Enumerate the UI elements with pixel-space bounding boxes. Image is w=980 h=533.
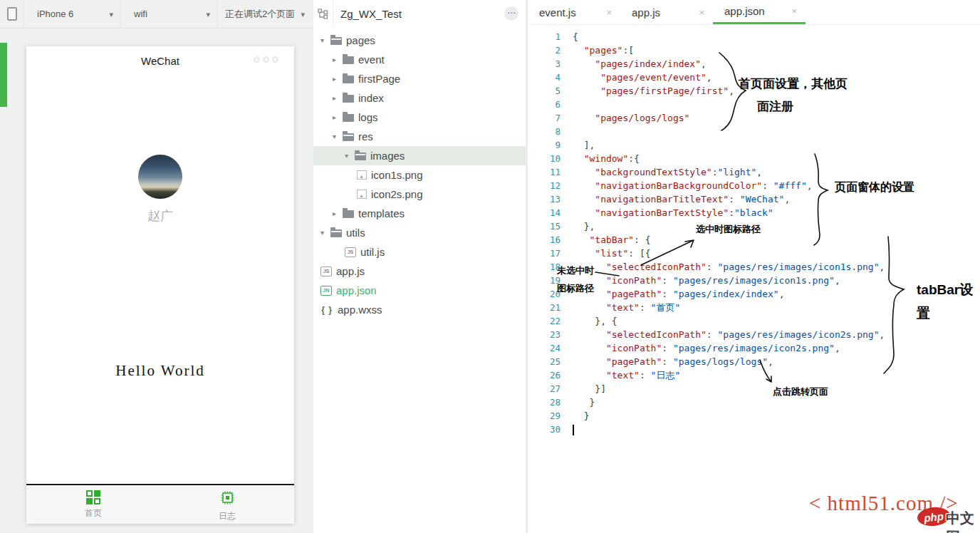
project-structure-icon[interactable] <box>313 0 333 27</box>
tree-item-pages[interactable]: pages <box>313 31 526 50</box>
tree-item-app-json[interactable]: app.json <box>313 281 526 300</box>
chevron-down-icon[interactable] <box>320 229 330 237</box>
chevron-down-icon <box>296 9 305 19</box>
image-icon <box>357 170 367 180</box>
file-label: app.js <box>336 265 365 277</box>
debug-status-label: 正在调试2个页面 <box>225 8 295 21</box>
tab-home-label: 首页 <box>85 507 102 519</box>
js-icon <box>345 247 356 257</box>
annotation-jump-page: 点击跳转页面 <box>773 385 828 398</box>
device-frame-icon <box>7 7 17 21</box>
line-number: 4 <box>528 71 561 84</box>
chevron-down-icon <box>202 9 210 19</box>
editor-tab-app-json[interactable]: app.json <box>713 0 806 24</box>
line-number: 21 <box>528 301 561 314</box>
code-line: }] <box>573 382 885 395</box>
close-icon[interactable] <box>791 6 797 16</box>
file-label: logs <box>358 111 378 123</box>
device-select[interactable]: iPhone 6 <box>24 0 121 29</box>
file-label: app.wxss <box>338 304 382 316</box>
line-number: 20 <box>528 287 561 301</box>
user-avatar[interactable] <box>138 155 182 199</box>
chevron-down-icon[interactable] <box>320 36 330 44</box>
line-number: 30 <box>528 423 561 436</box>
tree-item-event[interactable]: event <box>313 50 526 69</box>
close-icon[interactable] <box>699 7 704 18</box>
tab-label: event.js <box>539 6 576 19</box>
annotation-selected-icon-path: 选中时图标路径 <box>696 223 761 236</box>
code-line: { <box>573 30 885 43</box>
debug-status-select[interactable]: 正在调试2个页面 <box>218 0 312 29</box>
line-number: 16 <box>528 233 561 247</box>
code-line: "pagePath": "pages/logs/logs", <box>573 355 885 368</box>
line-number: 15 <box>528 219 561 233</box>
phone-tabbar: 首页 日志 <box>26 484 294 524</box>
tree-item-templates[interactable]: templates <box>313 204 526 223</box>
wxss-icon <box>320 305 333 315</box>
chevron-down-icon <box>105 9 113 19</box>
annotation-tabbar-settings-1: tabBar设 <box>917 281 973 299</box>
editor-tabbar: event.js app.js app.json <box>528 0 980 25</box>
folder-open-icon <box>343 133 354 141</box>
code-line: "navigationBarTextStyle":"black" <box>573 206 885 219</box>
tree-item-util-js[interactable]: util.js <box>313 242 526 262</box>
file-label: images <box>370 150 405 162</box>
code-line <box>573 125 885 138</box>
tree-item-images[interactable]: images <box>313 146 526 165</box>
close-icon[interactable] <box>606 7 612 18</box>
tab-logs[interactable]: 日志 <box>160 485 294 524</box>
js-icon <box>320 266 332 276</box>
chevron-right-icon[interactable] <box>333 113 343 121</box>
annotation-tabbar-settings-2: 置 <box>917 304 930 323</box>
simulator-panel: iPhone 6 wifi 正在调试2个页面 WeChat 赵广 Hello W… <box>0 0 313 533</box>
watermark-cn-text: 中文网 <box>946 509 980 533</box>
text-cursor <box>573 425 574 435</box>
tree-item-index[interactable]: index <box>313 88 526 108</box>
tree-item-utils[interactable]: utils <box>313 223 526 242</box>
tree-item-logs[interactable]: logs <box>313 108 526 127</box>
line-number: 13 <box>528 192 561 206</box>
tree-item-icon2s-png[interactable]: icon2s.png <box>313 185 526 204</box>
phone-navbar: WeChat <box>26 46 294 75</box>
folder-icon <box>343 114 354 122</box>
chevron-right-icon[interactable] <box>333 75 343 83</box>
editor-tab-app-js[interactable]: app.js <box>620 0 713 24</box>
line-number: 28 <box>528 395 561 409</box>
code-line: "text": "日志" <box>573 368 885 382</box>
more-options-button[interactable] <box>504 6 518 21</box>
line-number: 9 <box>528 138 561 152</box>
code-line: "pages/index/index", <box>573 57 885 71</box>
file-label: app.json <box>336 284 377 296</box>
chevron-right-icon[interactable] <box>333 94 343 102</box>
tree-item-res[interactable]: res <box>313 127 526 146</box>
file-label: utils <box>346 227 365 239</box>
file-label: index <box>358 92 384 104</box>
tab-home[interactable]: 首页 <box>26 485 160 524</box>
file-tree-header: Zg_WX_Test <box>313 0 526 27</box>
tree-item-app-js[interactable]: app.js <box>313 262 526 281</box>
navbar-dots-icon <box>254 56 278 63</box>
tree-item-firstPage[interactable]: firstPage <box>313 69 526 88</box>
user-name: 赵广 <box>26 207 294 224</box>
line-number: 23 <box>528 328 561 341</box>
code-line: "list": [{ <box>573 247 885 260</box>
tree-item-icon1s-png[interactable]: icon1s.png <box>313 165 526 185</box>
chevron-down-icon[interactable] <box>345 152 355 160</box>
line-number: 27 <box>528 382 561 395</box>
file-label: templates <box>358 207 405 219</box>
editor-tab-event-js[interactable]: event.js <box>528 0 620 24</box>
chevron-right-icon[interactable] <box>333 56 343 63</box>
line-number: 22 <box>528 314 561 328</box>
line-number: 8 <box>528 125 561 138</box>
code-editor[interactable]: 1234567891011121314151617181920212223242… <box>528 25 980 533</box>
folder-open-icon <box>355 152 366 160</box>
chevron-right-icon[interactable] <box>333 209 343 217</box>
file-label: res <box>358 130 373 143</box>
tree-item-app-wxss[interactable]: app.wxss <box>313 300 526 319</box>
device-frame-button[interactable] <box>0 0 24 29</box>
chevron-down-icon[interactable] <box>333 133 343 140</box>
home-grid-icon <box>86 490 101 505</box>
network-select[interactable]: wifi <box>121 0 218 29</box>
tab-logs-label: 日志 <box>219 510 236 522</box>
line-number: 12 <box>528 179 561 192</box>
